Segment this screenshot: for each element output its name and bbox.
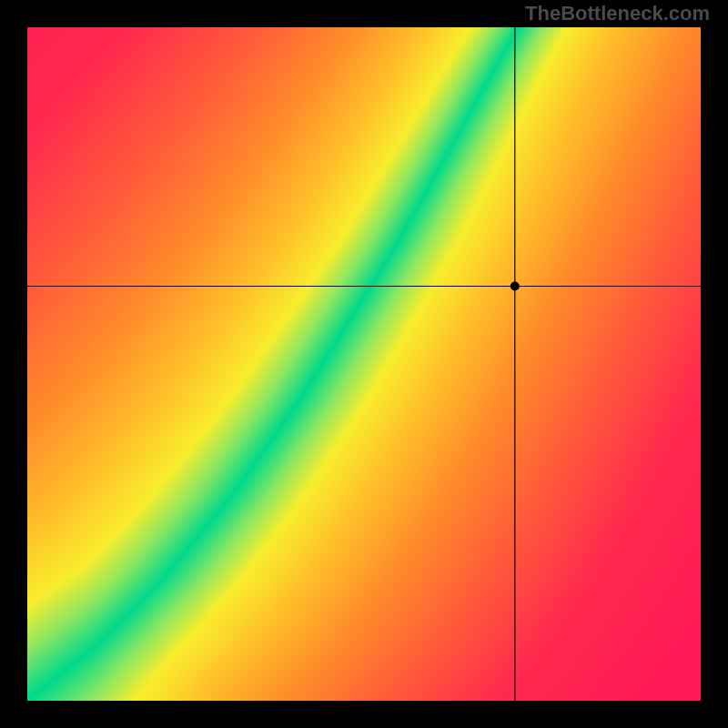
watermark-text: TheBottleneck.com [525, 2, 710, 25]
chart-frame: TheBottleneck.com [0, 0, 728, 728]
heatmap-canvas [27, 27, 701, 701]
plot-area [27, 27, 701, 701]
